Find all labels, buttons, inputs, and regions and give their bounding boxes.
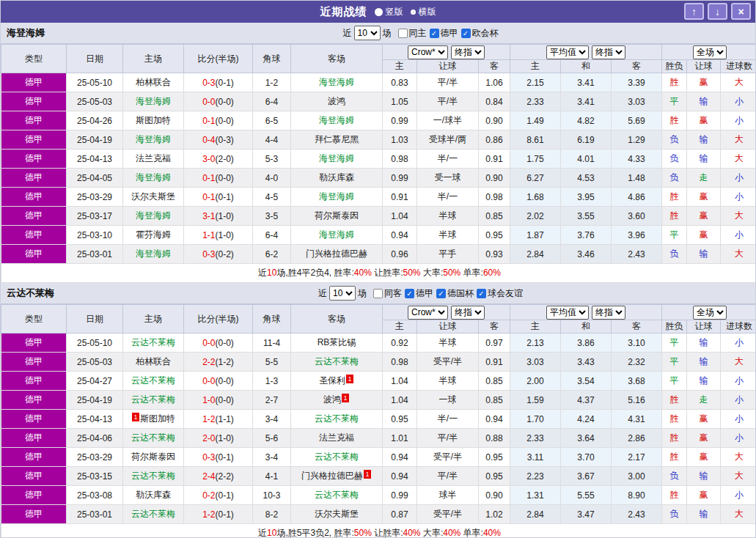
filter-checkbox-同客[interactable]: 同客 [373,287,402,300]
avg-away-odds: 5.69 [612,111,662,130]
avg-home-odds: 2.84 [510,505,561,524]
avg-home-odds: 2.15 [510,73,561,92]
filter-checkbox-同主[interactable]: 同主 [398,27,427,40]
home-team-cell: 霍芬海姆 [123,226,184,245]
average-time-select[interactable]: 终指 [592,45,625,59]
match-row: 德甲 25-04-19 云达不莱梅 1-0(0-0) 2-7 波鸿1 1.04 … [1,391,756,410]
league-type-cell: 德甲 [1,429,67,448]
filter-checkbox-球会友谊[interactable]: ✓球会友谊 [477,287,523,300]
result-handicap: 走 [687,169,721,188]
checkbox-label: 欧会杯 [472,27,499,40]
matches-label: 场 [383,27,392,40]
radio-vertical-label: 竖版 [386,6,403,18]
avg-away-odds: 3.10 [612,334,662,353]
filter-checkbox-德甲[interactable]: ✓德甲 [405,287,433,300]
match-row: 德甲 25-03-15 云达不莱梅 2-4(2-2) 4-1 门兴格拉德巴赫1 … [1,467,756,486]
result-outcome: 负 [662,169,687,188]
home-team-cell: 法兰克福 [123,150,184,169]
result-outcome: 胜 [662,486,687,505]
result-handicap: 输 [687,334,721,353]
avg-away-odds: 2.32 [612,353,662,372]
match-date-cell: 25-04-19 [67,391,123,410]
col-avg-draw: 和 [561,320,612,334]
corner-cell: 3-4 [253,448,291,467]
result-goals: 大 [721,207,756,226]
filter-checkbox-欧会杯[interactable]: ✓欧会杯 [461,27,499,40]
result-goals: 大 [721,505,756,524]
checkbox-checked-icon: ✓ [461,29,471,38]
league-type-cell: 德甲 [1,410,67,429]
result-goals: 小 [721,188,756,207]
recent-label: 近 [343,27,352,40]
avg-home-odds: 1.49 [510,111,561,130]
home-team-cell: 海登海姆 [123,169,184,188]
away-team-cell: 波鸿1 [291,391,383,410]
handicap-line: 平/半 [417,73,479,92]
result-outcome: 负 [662,467,687,486]
handicap-time-select[interactable]: 终指 [451,45,485,59]
bookmaker-select[interactable]: Crow* [408,45,448,59]
fulltime-score: 2-0 [202,433,215,443]
handicap-time-select[interactable]: 终指 [451,306,485,320]
move-up-button[interactable]: ↑ [684,3,704,20]
match-count-select[interactable]: 10 [329,286,356,301]
corner-cell: 4-4 [253,130,291,150]
corner-cell: 3-4 [253,410,291,429]
handicap-line: 平/半 [417,467,479,486]
avg-away-odds: 3.60 [612,207,662,226]
section-bar: 海登海姆 近 10 场 同主✓德甲✓欧会杯 [1,23,755,44]
handicap-group-header: Crow*终指 [383,305,510,320]
bookmaker-select[interactable]: Crow* [408,306,448,320]
team-label: 海登海姆 [319,115,354,125]
avg-away-odds: 2.86 [612,429,662,448]
match-count-select[interactable]: 10 [354,26,381,40]
radio-horizontal-layout[interactable]: 横版 [411,6,436,18]
team-label: 海登海姆 [136,134,171,144]
halftime-score: (0-3) [216,135,234,145]
fulltime-select[interactable]: 全场 [693,45,727,59]
team-label: 云达不莱梅 [315,490,359,500]
match-row: 德甲 25-05-03 柏林联合 2-2(1-2) 5-5 云达不莱梅 0.98… [1,353,756,372]
handicap-home-odds: 0.87 [383,505,417,524]
handicap-home-odds: 0.91 [383,188,417,207]
halftime-score: (0-1) [216,490,234,501]
summary-row: 近10场,胜4平2负4, 胜率:40% 让胜率:50% 大率:50% 单率:60… [1,264,756,283]
league-type-cell: 德甲 [1,391,67,410]
result-outcome: 平 [662,353,687,372]
fulltime-score: 1-1 [202,230,215,240]
handicap-line: 球半 [417,486,479,505]
result-outcome: 胜 [662,188,687,207]
table-header: 类型 日期 主场 比分(半场) 角球 客场 Crow*终指 平均值终指 全场 [1,305,756,334]
col-type: 类型 [1,305,67,334]
score-cell: 2-0(1-0) [184,429,253,448]
result-outcome: 胜 [662,207,687,226]
move-down-button[interactable]: ↓ [708,3,727,20]
average-source-select[interactable]: 平均值 [546,45,589,59]
score-cell: 0-3(0-1) [184,73,253,92]
handicap-home-odds: 0.94 [383,467,417,486]
score-cell: 0-1(0-0) [184,111,253,130]
close-button[interactable]: × [731,3,751,20]
checkbox-checked-icon: ✓ [436,289,446,298]
match-date-cell: 25-04-13 [67,410,123,429]
match-date-cell: 25-04-13 [67,150,123,169]
corner-cell: 5-3 [253,150,291,169]
avg-away-odds: 3.68 [612,372,662,391]
away-team-cell: 云达不莱梅 [291,448,383,467]
filter-checkbox-德国杯[interactable]: ✓德国杯 [436,287,474,300]
average-time-select[interactable]: 终指 [592,306,625,320]
col-handicap-line: 让球 [417,320,479,334]
filter-checkbox-德甲[interactable]: ✓德甲 [430,27,458,40]
avg-draw-odds: 3.55 [561,207,612,226]
average-source-select[interactable]: 平均值 [546,306,589,320]
team-label: 门兴格拉德巴赫 [306,248,367,259]
match-date-cell: 25-03-29 [67,188,123,207]
match-date-cell: 25-04-26 [67,111,123,130]
avg-away-odds: 5.16 [612,391,662,410]
match-date-cell: 25-03-29 [67,448,123,467]
match-row: 德甲 25-03-01 海登海姆 0-3(0-2) 6-2 门兴格拉德巴赫 0.… [1,245,756,264]
avg-away-odds: 1.48 [612,169,662,188]
radio-vertical-layout[interactable]: 竖版 [375,6,403,18]
summary-text: 近10场,胜5平3负2, 胜率:50% 让胜率:40% 大率:40% 单率:40… [1,524,756,538]
fulltime-select[interactable]: 全场 [693,306,727,320]
